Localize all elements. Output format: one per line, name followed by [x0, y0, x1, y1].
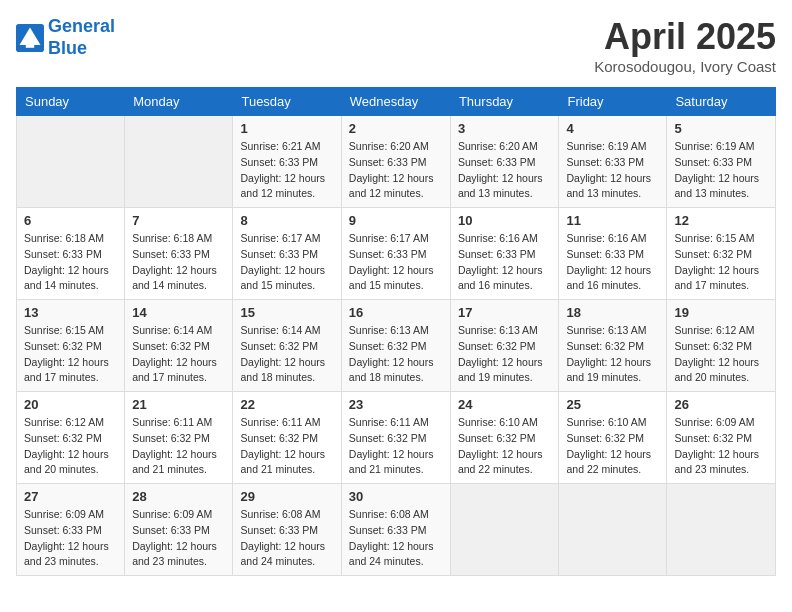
page-header: General Blue April 2025 Korosodougou, Iv… — [16, 16, 776, 75]
day-number: 12 — [674, 213, 768, 228]
day-number: 4 — [566, 121, 659, 136]
day-info: Sunrise: 6:17 AM Sunset: 6:33 PM Dayligh… — [349, 231, 443, 294]
calendar-week-row: 20Sunrise: 6:12 AM Sunset: 6:32 PM Dayli… — [17, 392, 776, 484]
day-number: 25 — [566, 397, 659, 412]
day-number: 16 — [349, 305, 443, 320]
day-number: 3 — [458, 121, 552, 136]
calendar-cell: 25Sunrise: 6:10 AM Sunset: 6:32 PM Dayli… — [559, 392, 667, 484]
calendar-cell: 17Sunrise: 6:13 AM Sunset: 6:32 PM Dayli… — [450, 300, 559, 392]
day-number: 27 — [24, 489, 117, 504]
day-number: 11 — [566, 213, 659, 228]
logo-text: General Blue — [48, 16, 115, 59]
location-subtitle: Korosodougou, Ivory Coast — [594, 58, 776, 75]
day-number: 15 — [240, 305, 333, 320]
day-info: Sunrise: 6:19 AM Sunset: 6:33 PM Dayligh… — [566, 139, 659, 202]
calendar-cell: 7Sunrise: 6:18 AM Sunset: 6:33 PM Daylig… — [125, 208, 233, 300]
calendar-cell: 14Sunrise: 6:14 AM Sunset: 6:32 PM Dayli… — [125, 300, 233, 392]
calendar-body: 1Sunrise: 6:21 AM Sunset: 6:33 PM Daylig… — [17, 116, 776, 576]
day-number: 6 — [24, 213, 117, 228]
calendar-cell: 26Sunrise: 6:09 AM Sunset: 6:32 PM Dayli… — [667, 392, 776, 484]
day-number: 1 — [240, 121, 333, 136]
day-number: 21 — [132, 397, 225, 412]
day-number: 22 — [240, 397, 333, 412]
day-info: Sunrise: 6:11 AM Sunset: 6:32 PM Dayligh… — [349, 415, 443, 478]
day-number: 2 — [349, 121, 443, 136]
calendar-cell — [125, 116, 233, 208]
weekday-header-saturday: Saturday — [667, 88, 776, 116]
calendar-cell: 19Sunrise: 6:12 AM Sunset: 6:32 PM Dayli… — [667, 300, 776, 392]
day-number: 14 — [132, 305, 225, 320]
calendar-cell: 2Sunrise: 6:20 AM Sunset: 6:33 PM Daylig… — [341, 116, 450, 208]
day-info: Sunrise: 6:14 AM Sunset: 6:32 PM Dayligh… — [240, 323, 333, 386]
day-info: Sunrise: 6:09 AM Sunset: 6:33 PM Dayligh… — [132, 507, 225, 570]
calendar-cell: 23Sunrise: 6:11 AM Sunset: 6:32 PM Dayli… — [341, 392, 450, 484]
calendar-cell: 1Sunrise: 6:21 AM Sunset: 6:33 PM Daylig… — [233, 116, 341, 208]
weekday-header-thursday: Thursday — [450, 88, 559, 116]
calendar-cell: 3Sunrise: 6:20 AM Sunset: 6:33 PM Daylig… — [450, 116, 559, 208]
day-info: Sunrise: 6:08 AM Sunset: 6:33 PM Dayligh… — [240, 507, 333, 570]
day-number: 24 — [458, 397, 552, 412]
day-number: 17 — [458, 305, 552, 320]
calendar-week-row: 27Sunrise: 6:09 AM Sunset: 6:33 PM Dayli… — [17, 484, 776, 576]
day-number: 13 — [24, 305, 117, 320]
day-info: Sunrise: 6:09 AM Sunset: 6:32 PM Dayligh… — [674, 415, 768, 478]
calendar-week-row: 6Sunrise: 6:18 AM Sunset: 6:33 PM Daylig… — [17, 208, 776, 300]
day-info: Sunrise: 6:15 AM Sunset: 6:32 PM Dayligh… — [24, 323, 117, 386]
weekday-header-tuesday: Tuesday — [233, 88, 341, 116]
calendar-cell: 13Sunrise: 6:15 AM Sunset: 6:32 PM Dayli… — [17, 300, 125, 392]
calendar-cell — [450, 484, 559, 576]
day-info: Sunrise: 6:17 AM Sunset: 6:33 PM Dayligh… — [240, 231, 333, 294]
day-info: Sunrise: 6:18 AM Sunset: 6:33 PM Dayligh… — [24, 231, 117, 294]
calendar-cell: 29Sunrise: 6:08 AM Sunset: 6:33 PM Dayli… — [233, 484, 341, 576]
day-info: Sunrise: 6:20 AM Sunset: 6:33 PM Dayligh… — [349, 139, 443, 202]
calendar-header-row: SundayMondayTuesdayWednesdayThursdayFrid… — [17, 88, 776, 116]
day-number: 30 — [349, 489, 443, 504]
day-info: Sunrise: 6:21 AM Sunset: 6:33 PM Dayligh… — [240, 139, 333, 202]
day-number: 26 — [674, 397, 768, 412]
calendar-cell: 4Sunrise: 6:19 AM Sunset: 6:33 PM Daylig… — [559, 116, 667, 208]
day-number: 5 — [674, 121, 768, 136]
calendar-cell: 15Sunrise: 6:14 AM Sunset: 6:32 PM Dayli… — [233, 300, 341, 392]
logo-icon — [16, 24, 44, 52]
day-info: Sunrise: 6:16 AM Sunset: 6:33 PM Dayligh… — [458, 231, 552, 294]
day-number: 23 — [349, 397, 443, 412]
calendar-cell: 24Sunrise: 6:10 AM Sunset: 6:32 PM Dayli… — [450, 392, 559, 484]
day-number: 19 — [674, 305, 768, 320]
calendar-cell — [667, 484, 776, 576]
calendar-cell: 20Sunrise: 6:12 AM Sunset: 6:32 PM Dayli… — [17, 392, 125, 484]
weekday-header-friday: Friday — [559, 88, 667, 116]
calendar-cell: 9Sunrise: 6:17 AM Sunset: 6:33 PM Daylig… — [341, 208, 450, 300]
day-info: Sunrise: 6:20 AM Sunset: 6:33 PM Dayligh… — [458, 139, 552, 202]
day-number: 28 — [132, 489, 225, 504]
calendar-week-row: 1Sunrise: 6:21 AM Sunset: 6:33 PM Daylig… — [17, 116, 776, 208]
day-info: Sunrise: 6:18 AM Sunset: 6:33 PM Dayligh… — [132, 231, 225, 294]
day-number: 18 — [566, 305, 659, 320]
day-info: Sunrise: 6:13 AM Sunset: 6:32 PM Dayligh… — [349, 323, 443, 386]
day-info: Sunrise: 6:12 AM Sunset: 6:32 PM Dayligh… — [24, 415, 117, 478]
day-number: 7 — [132, 213, 225, 228]
day-info: Sunrise: 6:08 AM Sunset: 6:33 PM Dayligh… — [349, 507, 443, 570]
calendar-cell: 12Sunrise: 6:15 AM Sunset: 6:32 PM Dayli… — [667, 208, 776, 300]
day-info: Sunrise: 6:11 AM Sunset: 6:32 PM Dayligh… — [240, 415, 333, 478]
day-info: Sunrise: 6:19 AM Sunset: 6:33 PM Dayligh… — [674, 139, 768, 202]
logo: General Blue — [16, 16, 115, 59]
day-number: 20 — [24, 397, 117, 412]
day-info: Sunrise: 6:13 AM Sunset: 6:32 PM Dayligh… — [458, 323, 552, 386]
weekday-header-wednesday: Wednesday — [341, 88, 450, 116]
calendar-cell: 28Sunrise: 6:09 AM Sunset: 6:33 PM Dayli… — [125, 484, 233, 576]
calendar-cell: 5Sunrise: 6:19 AM Sunset: 6:33 PM Daylig… — [667, 116, 776, 208]
month-year-title: April 2025 — [594, 16, 776, 58]
day-number: 9 — [349, 213, 443, 228]
calendar-cell: 22Sunrise: 6:11 AM Sunset: 6:32 PM Dayli… — [233, 392, 341, 484]
calendar-cell — [17, 116, 125, 208]
calendar-table: SundayMondayTuesdayWednesdayThursdayFrid… — [16, 87, 776, 576]
day-info: Sunrise: 6:09 AM Sunset: 6:33 PM Dayligh… — [24, 507, 117, 570]
calendar-cell: 10Sunrise: 6:16 AM Sunset: 6:33 PM Dayli… — [450, 208, 559, 300]
calendar-cell: 11Sunrise: 6:16 AM Sunset: 6:33 PM Dayli… — [559, 208, 667, 300]
day-info: Sunrise: 6:11 AM Sunset: 6:32 PM Dayligh… — [132, 415, 225, 478]
calendar-cell: 21Sunrise: 6:11 AM Sunset: 6:32 PM Dayli… — [125, 392, 233, 484]
title-block: April 2025 Korosodougou, Ivory Coast — [594, 16, 776, 75]
calendar-cell: 8Sunrise: 6:17 AM Sunset: 6:33 PM Daylig… — [233, 208, 341, 300]
calendar-cell: 18Sunrise: 6:13 AM Sunset: 6:32 PM Dayli… — [559, 300, 667, 392]
calendar-cell: 6Sunrise: 6:18 AM Sunset: 6:33 PM Daylig… — [17, 208, 125, 300]
